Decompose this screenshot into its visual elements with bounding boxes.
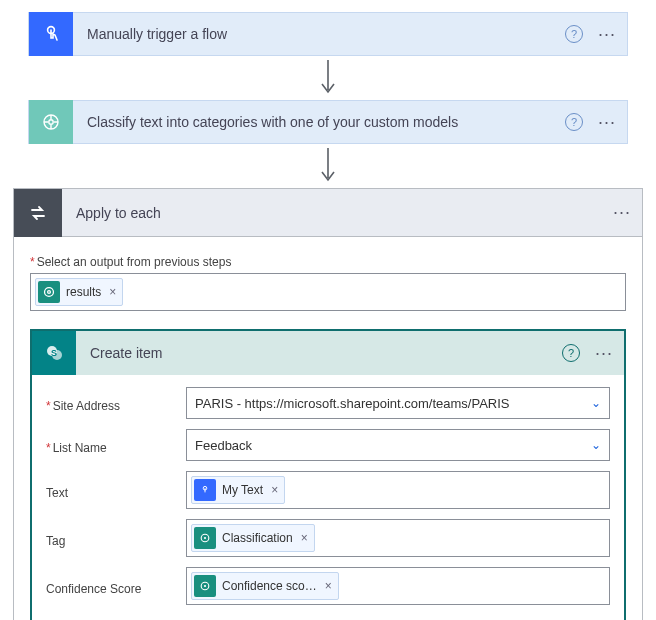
token-mytext[interactable]: My Text × [191, 476, 285, 504]
sharepoint-icon: S [32, 331, 76, 375]
token-remove-icon[interactable]: × [323, 579, 334, 593]
label-site-address: *Site Address [46, 393, 176, 413]
token-label: Confidence sco… [222, 579, 317, 593]
more-icon[interactable]: ··· [608, 202, 636, 223]
field-confidence[interactable]: Confidence sco… × [186, 567, 610, 605]
apply-to-each-container: Apply to each ··· *Select an output from… [13, 188, 643, 620]
touch-icon [29, 12, 73, 56]
label-list-name: *List Name [46, 435, 176, 455]
apply-to-each-body: *Select an output from previous steps re… [14, 237, 642, 620]
token-label: results [66, 285, 101, 299]
create-item-card: S Create item ? ··· *Site Address PARIS … [30, 329, 626, 620]
svg-point-4 [48, 291, 51, 294]
token-label: Classification [222, 531, 293, 545]
output-label: *Select an output from previous steps [30, 255, 626, 269]
action-card-classify[interactable]: Classify text into categories with one o… [28, 100, 628, 144]
create-item-body: *Site Address PARIS - https://microsoft.… [32, 375, 624, 620]
row-text: Text My Text × [46, 471, 610, 509]
row-site-address: *Site Address PARIS - https://microsoft.… [46, 387, 610, 419]
aibuilder-icon [29, 100, 73, 144]
select-site-address[interactable]: PARIS - https://microsoft.sharepoint.com… [186, 387, 610, 419]
field-text[interactable]: My Text × [186, 471, 610, 509]
more-icon[interactable]: ··· [593, 112, 621, 133]
token-confidence[interactable]: Confidence sco… × [191, 572, 339, 600]
create-item-header[interactable]: S Create item ? ··· [32, 331, 624, 375]
select-value: Feedback [195, 438, 252, 453]
card-title: Classify text into categories with one o… [73, 114, 565, 130]
token-remove-icon[interactable]: × [107, 285, 118, 299]
row-confidence: Confidence Score Confidence sco… × [46, 567, 610, 605]
loop-icon [14, 189, 62, 237]
select-value: PARIS - https://microsoft.sharepoint.com… [195, 396, 510, 411]
output-token-field[interactable]: results × [30, 273, 626, 311]
help-icon[interactable]: ? [562, 344, 580, 362]
svg-text:S: S [51, 348, 57, 358]
field-tag[interactable]: Classification × [186, 519, 610, 557]
select-list-name[interactable]: Feedback ⌄ [186, 429, 610, 461]
touch-icon [194, 479, 216, 501]
apply-to-each-header[interactable]: Apply to each ··· [14, 189, 642, 237]
token-classification[interactable]: Classification × [191, 524, 315, 552]
card-title: Create item [76, 345, 562, 361]
aibuilder-icon [194, 527, 216, 549]
token-label: My Text [222, 483, 263, 497]
label-tag: Tag [46, 528, 176, 548]
label-confidence: Confidence Score [46, 576, 176, 596]
token-remove-icon[interactable]: × [269, 483, 280, 497]
row-list-name: *List Name Feedback ⌄ [46, 429, 610, 461]
svg-point-10 [204, 537, 206, 539]
action-card-trigger[interactable]: Manually trigger a flow ? ··· [28, 12, 628, 56]
card-title: Manually trigger a flow [73, 26, 565, 42]
more-icon[interactable]: ··· [593, 24, 621, 45]
connector-arrow [28, 144, 628, 188]
svg-point-2 [49, 120, 53, 124]
chevron-down-icon: ⌄ [591, 396, 601, 410]
svg-point-3 [45, 288, 54, 297]
token-remove-icon[interactable]: × [299, 531, 310, 545]
label-text: Text [46, 480, 176, 500]
chevron-down-icon: ⌄ [591, 438, 601, 452]
connector-arrow [28, 56, 628, 100]
more-icon[interactable]: ··· [590, 343, 618, 364]
aibuilder-icon [38, 281, 60, 303]
help-icon[interactable]: ? [565, 25, 583, 43]
row-tag: Tag Classification × [46, 519, 610, 557]
aibuilder-icon [194, 575, 216, 597]
help-icon[interactable]: ? [565, 113, 583, 131]
card-title: Apply to each [62, 205, 608, 221]
token-results[interactable]: results × [35, 278, 123, 306]
svg-point-12 [204, 585, 206, 587]
